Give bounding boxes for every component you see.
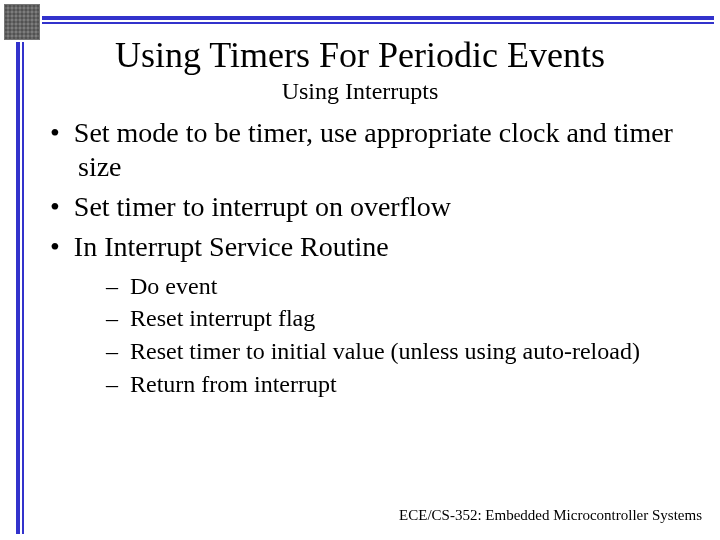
bullet-text: Set timer to interrupt on overflow bbox=[74, 191, 451, 222]
slide: Using Timers For Periodic Events Using I… bbox=[0, 0, 720, 540]
bullet-list: Set mode to be timer, use appropriate cl… bbox=[50, 116, 680, 400]
bullet-text: Set mode to be timer, use appropriate cl… bbox=[74, 117, 673, 182]
list-item: Set timer to interrupt on overflow bbox=[50, 190, 680, 224]
left-thin-bar bbox=[22, 42, 24, 534]
sub-bullet-list: Do event Reset interrupt flag Reset time… bbox=[78, 271, 680, 400]
list-item: Reset interrupt flag bbox=[106, 303, 680, 334]
slide-title: Using Timers For Periodic Events bbox=[0, 34, 720, 76]
list-item: Set mode to be timer, use appropriate cl… bbox=[50, 116, 680, 184]
slide-subtitle: Using Interrupts bbox=[0, 78, 720, 105]
list-item: Return from interrupt bbox=[106, 369, 680, 400]
sub-bullet-text: Reset interrupt flag bbox=[130, 305, 315, 331]
slide-content: Set mode to be timer, use appropriate cl… bbox=[50, 116, 680, 406]
slide-footer: ECE/CS-352: Embedded Microcontroller Sys… bbox=[399, 507, 702, 524]
sub-bullet-text: Reset timer to initial value (unless usi… bbox=[130, 338, 640, 364]
top-thick-bar bbox=[42, 16, 714, 20]
sub-bullet-text: Return from interrupt bbox=[130, 371, 337, 397]
list-item: Reset timer to initial value (unless usi… bbox=[106, 336, 680, 367]
top-thin-bar bbox=[42, 22, 714, 24]
sub-bullet-text: Do event bbox=[130, 273, 217, 299]
bullet-text: In Interrupt Service Routine bbox=[74, 231, 389, 262]
list-item: Do event bbox=[106, 271, 680, 302]
list-item: In Interrupt Service Routine Do event Re… bbox=[50, 230, 680, 399]
left-thick-bar bbox=[16, 42, 20, 534]
